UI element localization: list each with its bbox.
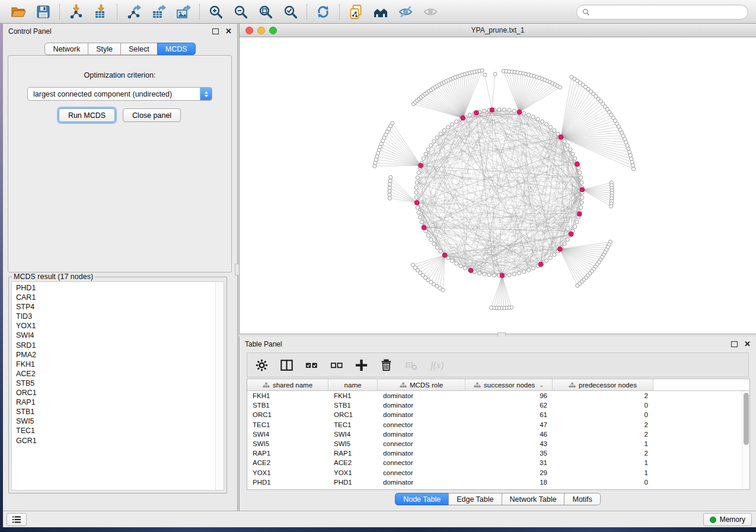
- split-panel-button[interactable]: [279, 357, 295, 373]
- mcds-list-scrollbar[interactable]: [215, 282, 224, 490]
- network-canvas[interactable]: [240, 37, 756, 334]
- mcds-node-item[interactable]: ACE2: [16, 369, 224, 379]
- export-table-button[interactable]: [149, 3, 167, 21]
- memory-label: Memory: [720, 515, 745, 524]
- zoom-in-button[interactable]: [207, 3, 225, 21]
- column-header-predecessor-nodes[interactable]: predecessor nodes: [553, 379, 653, 390]
- column-network-icon: [474, 382, 481, 388]
- tab-motifs[interactable]: Motifs: [564, 493, 600, 505]
- column-header-shared-name[interactable]: shared name: [247, 379, 328, 390]
- network-overview-button[interactable]: [372, 3, 390, 21]
- add-column-button[interactable]: [353, 357, 369, 373]
- mcds-node-item[interactable]: YOX1: [16, 321, 224, 331]
- float-panel-icon[interactable]: [212, 28, 219, 34]
- mcds-node-item[interactable]: SRD1: [16, 341, 224, 350]
- mcds-node-item[interactable]: FKH1: [16, 360, 224, 369]
- table-row[interactable]: ACE2ACE2connector311: [247, 458, 749, 467]
- mcds-node-item[interactable]: SWI5: [16, 416, 224, 426]
- import-network-button[interactable]: [67, 3, 85, 21]
- zoom-fit-button[interactable]: [257, 3, 275, 21]
- table-row[interactable]: YOX1YOX1connector291: [247, 468, 749, 477]
- mcds-node-item[interactable]: STB1: [16, 407, 224, 416]
- close-panel-icon[interactable]: ✕: [744, 341, 751, 347]
- mcds-node-item[interactable]: TID3: [16, 312, 224, 321]
- window-close-icon[interactable]: [245, 27, 253, 34]
- tab-style[interactable]: Style: [88, 43, 121, 55]
- network-window-titlebar[interactable]: YPA_prune.txt_1: [240, 24, 756, 37]
- close-panel-icon[interactable]: ✕: [225, 28, 232, 34]
- column-header-filler: [653, 379, 749, 390]
- table-body: FKH1FKH1dominator962STB1STB1dominator620…: [247, 391, 749, 487]
- search-input[interactable]: [594, 8, 742, 17]
- mcds-node-item[interactable]: PMA2: [16, 350, 224, 360]
- mcds-node-item[interactable]: ORC1: [16, 388, 224, 398]
- mcds-node-item[interactable]: SWI4: [16, 331, 224, 340]
- mcds-node-item[interactable]: STP4: [16, 302, 224, 312]
- refresh-layout-button[interactable]: [314, 3, 332, 21]
- list-menu-icon: [11, 515, 22, 524]
- tab-network-table[interactable]: Network Table: [502, 493, 565, 505]
- cell: YOX1: [247, 469, 328, 476]
- table-row[interactable]: FKH1FKH1dominator962: [247, 391, 749, 400]
- column-network-icon: [400, 382, 407, 388]
- import-network-icon: [68, 4, 84, 20]
- close-panel-button[interactable]: Close panel: [123, 108, 181, 122]
- table-row[interactable]: SWI4SWI4dominator462: [247, 430, 749, 439]
- tab-edge-table[interactable]: Edge Table: [448, 493, 502, 505]
- show-panels-menu-button[interactable]: [7, 513, 27, 526]
- table-row[interactable]: ORC1ORC1dominator610: [247, 410, 749, 419]
- table-row[interactable]: RAP1RAP1dominator352: [247, 448, 749, 458]
- column-header-name[interactable]: name: [328, 379, 378, 390]
- float-panel-icon[interactable]: [731, 341, 738, 347]
- tab-mcds[interactable]: MCDS: [157, 43, 196, 55]
- column-header-MCDS-role[interactable]: MCDS role: [378, 379, 465, 390]
- mcds-node-item[interactable]: PHD1: [16, 283, 224, 293]
- zoom-out-button[interactable]: [232, 3, 250, 21]
- mcds-result-list[interactable]: PHD1CAR1STP4TID3YOX1SWI4SRD1PMA2FKH1ACE2…: [11, 281, 224, 491]
- mcds-node-item[interactable]: CAR1: [16, 293, 224, 302]
- hide-graphics-details-button[interactable]: [397, 3, 414, 21]
- table-row[interactable]: TEC1TEC1connector472: [247, 420, 749, 430]
- clear-selection-button[interactable]: [328, 357, 344, 373]
- save-session-button[interactable]: [34, 3, 52, 21]
- clone-network-button[interactable]: [347, 3, 365, 21]
- zoom-selected-button[interactable]: [282, 3, 299, 21]
- column-header-successor-nodes[interactable]: successor nodes⌄: [465, 379, 553, 390]
- mcds-node-item[interactable]: TEC1: [16, 426, 224, 435]
- control-panel: Control Panel ✕ NetworkStyleSelectMCDS O…: [3, 24, 237, 511]
- window-zoom-icon[interactable]: [269, 27, 277, 34]
- export-network-button[interactable]: [125, 3, 142, 21]
- table-row[interactable]: PHD1PHD1dominator180: [247, 477, 749, 487]
- table-scrollbar[interactable]: [742, 391, 749, 489]
- column-label: predecessor nodes: [579, 382, 637, 389]
- column-settings-button[interactable]: [254, 357, 270, 373]
- tab-node-table[interactable]: Node Table: [395, 493, 449, 505]
- cell: 2: [553, 392, 653, 399]
- cell: 2: [553, 450, 653, 457]
- run-mcds-button[interactable]: Run MCDS: [59, 108, 115, 122]
- window-minimize-icon[interactable]: [257, 27, 265, 34]
- mcds-node-item[interactable]: RAP1: [16, 398, 224, 407]
- tab-network[interactable]: Network: [44, 43, 88, 55]
- memory-button[interactable]: Memory: [703, 513, 752, 526]
- cell: 18: [465, 479, 553, 486]
- open-file-button[interactable]: [9, 3, 27, 21]
- select-all-rows-button[interactable]: [304, 357, 320, 373]
- search-box[interactable]: [576, 5, 748, 20]
- tab-select[interactable]: Select: [120, 43, 158, 55]
- cell: TEC1: [247, 421, 328, 428]
- table-row[interactable]: SWI5SWI5connector431: [247, 439, 749, 448]
- mcds-node-item[interactable]: GCR1: [16, 436, 224, 446]
- optimization-criterion-label: Optimization criterion:: [8, 71, 231, 79]
- export-image-button[interactable]: [174, 3, 192, 21]
- mcds-node-item[interactable]: STB5: [16, 379, 224, 388]
- table-row[interactable]: STB1STB1dominator620: [247, 400, 749, 410]
- scrollbar-thumb[interactable]: [744, 393, 749, 445]
- mcds-result-group: MCDS result (17 nodes) PHD1CAR1STP4TID3Y…: [8, 273, 227, 493]
- import-table-button[interactable]: [92, 3, 110, 21]
- cell: 46: [465, 431, 553, 438]
- node-table[interactable]: shared namenameMCDS rolesuccessor nodes⌄…: [247, 379, 750, 490]
- cell: SWI4: [247, 431, 328, 438]
- delete-column-button[interactable]: [378, 357, 394, 373]
- optimization-criterion-select[interactable]: largest connected component (undirected): [27, 87, 212, 101]
